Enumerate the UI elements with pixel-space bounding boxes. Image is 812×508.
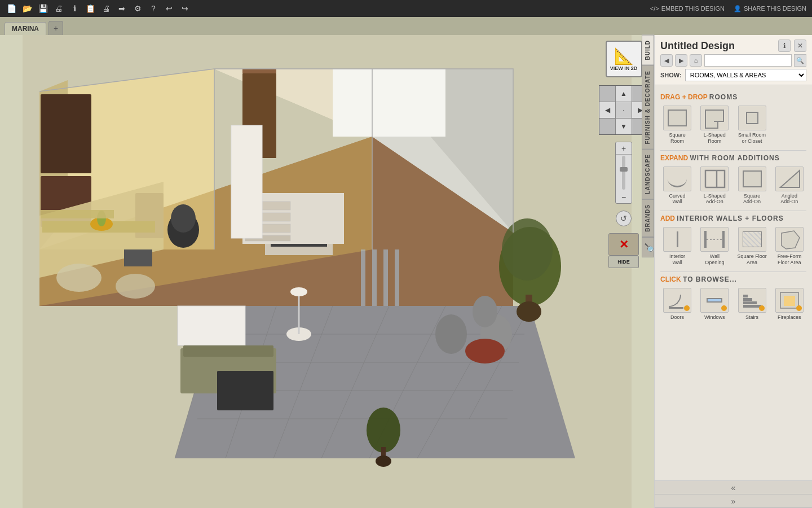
panel-search-input[interactable]	[704, 54, 792, 67]
print-icon[interactable]: 🖨	[53, 3, 64, 14]
print2-icon[interactable]: 🖨	[100, 3, 112, 14]
square-floor-label: Square FloorArea	[738, 253, 767, 266]
vtab-furnish[interactable]: FURNISH & DECORATE	[642, 65, 654, 150]
share-icon: 👤	[734, 5, 742, 12]
panel-info-button[interactable]: ℹ	[778, 40, 791, 52]
vtab-landscape[interactable]: LANDSCAPE	[642, 149, 654, 199]
svg-rect-34	[231, 125, 262, 238]
vtab-build[interactable]: BUILD	[642, 35, 654, 65]
settings-icon[interactable]: ⚙	[132, 3, 143, 14]
rooms-text: ROOMS	[709, 93, 738, 101]
fireplaces-badge	[796, 305, 802, 311]
item-square-addon[interactable]: SquareAdd-On	[735, 167, 769, 205]
export-icon[interactable]: ➡	[116, 3, 127, 14]
angled-addon-icon-box	[775, 167, 804, 191]
divider-3	[660, 271, 806, 272]
item-fireplaces[interactable]: Fireplaces	[773, 288, 806, 321]
item-interior-wall[interactable]: InteriorWall	[660, 227, 694, 266]
nav-down-button[interactable]: ▼	[616, 119, 632, 134]
item-wall-opening[interactable]: WallOpening	[698, 227, 731, 266]
panel-title-icons: ℹ ✕	[778, 40, 806, 52]
redo-icon[interactable]: ↪	[179, 3, 191, 14]
pages-icon[interactable]: 📋	[85, 3, 96, 14]
reset-view-button[interactable]: ↺	[616, 211, 632, 226]
panel-close-button[interactable]: ✕	[794, 40, 806, 52]
expand-highlight: EXPAND	[660, 154, 688, 162]
item-small-room[interactable]: Small Roomor Closet	[735, 106, 769, 144]
panel-search-button[interactable]: 🔍	[794, 54, 806, 67]
panel-home-button[interactable]: ⌂	[690, 54, 702, 67]
panel-forward-button[interactable]: ▶	[675, 54, 687, 67]
fireplaces-label: Fireplaces	[778, 314, 801, 321]
l-shaped-addon-icon	[703, 168, 726, 190]
stairs-label: Stairs	[745, 314, 758, 321]
small-room-icon	[746, 112, 758, 124]
svg-rect-71	[722, 231, 725, 248]
nav-center-button[interactable]: ·	[616, 102, 632, 118]
wall-opening-label: WallOpening	[705, 253, 724, 266]
square-room-label: SquareRoom	[669, 132, 686, 144]
item-l-shaped-addon[interactable]: L-ShapedAdd-On	[698, 167, 731, 205]
hide-overlay-button[interactable]: ✕	[608, 233, 639, 256]
panel-back-button[interactable]: ◀	[660, 54, 673, 67]
embed-button[interactable]: </> EMBED THIS DESIGN	[650, 5, 725, 12]
item-curved-wall[interactable]: CurvedWall	[660, 167, 694, 205]
share-button[interactable]: 👤 SHARE THIS DESIGN	[734, 5, 806, 12]
info-icon[interactable]: ℹ	[69, 3, 80, 14]
vtab-brands[interactable]: BRANDS	[642, 199, 654, 237]
drag-highlight: DRAG + DROP	[660, 93, 707, 101]
zoom-out-button[interactable]: −	[616, 191, 632, 203]
main-area: 📐 VIEW IN 2D ▲ ◀ · ▶ ▼ +	[0, 35, 812, 508]
doors-badge	[684, 305, 690, 311]
toolbar-right: </> EMBED THIS DESIGN 👤 SHARE THIS DESIG…	[650, 5, 806, 12]
svg-point-58	[376, 456, 391, 467]
svg-rect-60	[372, 249, 377, 306]
zoom-track[interactable]	[622, 156, 625, 190]
new-icon[interactable]: 📄	[6, 3, 17, 14]
save-icon[interactable]: 💾	[37, 3, 48, 14]
tab-add-button[interactable]: +	[48, 21, 63, 35]
zoom-controls: + −	[615, 142, 632, 204]
nav-up-button[interactable]: ▲	[616, 86, 632, 102]
browse-header: CLICK TO BROWSE...	[660, 275, 806, 283]
expand-panel-button[interactable]: »	[655, 494, 812, 508]
nav-left-button[interactable]: ◀	[599, 102, 615, 118]
interior-wall-label: InteriorWall	[669, 253, 685, 266]
wall-opening-icon	[703, 229, 726, 250]
svg-point-66	[171, 204, 196, 233]
svg-marker-23	[333, 69, 445, 137]
code-icon: </>	[650, 5, 659, 12]
stairs-icon-box	[738, 288, 766, 313]
item-stairs[interactable]: Stairs	[735, 288, 769, 321]
item-doors[interactable]: Doors	[660, 288, 694, 321]
interior-wall-icon	[677, 231, 678, 247]
item-l-shaped-room[interactable]: L-ShapedRoom	[698, 106, 731, 144]
open-icon[interactable]: 📂	[21, 3, 33, 14]
collapse-panel-button[interactable]: «	[655, 481, 812, 494]
click-highlight: CLICK	[660, 275, 681, 283]
doors-label: Doors	[670, 314, 684, 321]
view-2d-button[interactable]: 📐 VIEW IN 2D	[606, 41, 642, 77]
item-angled-addon[interactable]: AngledAdd-On	[773, 167, 806, 205]
svg-rect-74	[743, 305, 761, 308]
freeform-floor-label: Free-FormFloor Area	[778, 253, 802, 266]
svg-rect-62	[395, 249, 399, 306]
tab-marina[interactable]: MARINA	[5, 22, 46, 35]
zoom-handle[interactable]	[620, 167, 628, 172]
undo-icon[interactable]: ↩	[164, 3, 175, 14]
item-windows[interactable]: Windows	[698, 288, 731, 321]
expand-header: EXPAND WITH ROOM ADDITIONS	[660, 154, 806, 162]
item-freeform-floor[interactable]: Free-FormFloor Area	[773, 227, 806, 266]
help-icon[interactable]: ?	[148, 3, 159, 14]
item-square-room[interactable]: SquareRoom	[660, 106, 694, 144]
top-toolbar: 📄 📂 💾 🖨 ℹ 📋 🖨 ➡ ⚙ ? ↩ ↪ </> EMBED THIS D…	[0, 0, 812, 17]
hide-button[interactable]: HIDE	[608, 256, 639, 268]
vtab-search[interactable]: 🔍	[642, 237, 654, 257]
canvas-area[interactable]: 📐 VIEW IN 2D ▲ ◀ · ▶ ▼ +	[0, 35, 654, 508]
show-dropdown[interactable]: ROOMS, WALLS & AREAS	[685, 69, 806, 81]
item-square-floor[interactable]: Square FloorArea	[735, 227, 769, 266]
l-shaped-room-icon	[705, 110, 724, 126]
svg-point-39	[56, 264, 102, 292]
zoom-in-button[interactable]: +	[616, 142, 632, 155]
svg-rect-68	[124, 249, 152, 266]
